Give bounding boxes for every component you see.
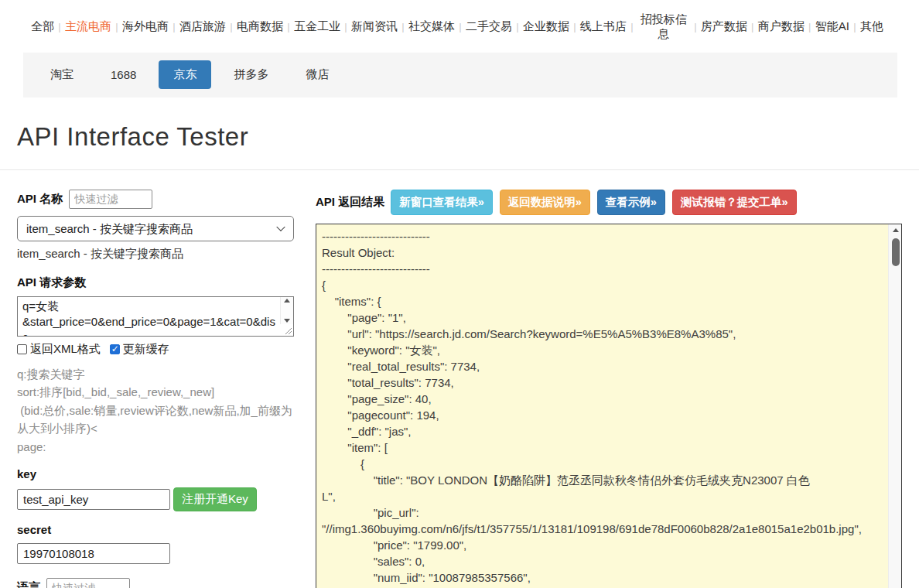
tab-jd[interactable]: 京东 [159, 60, 211, 89]
nav-item-ai[interactable]: 智能AI [815, 19, 849, 34]
nav-separator: | [751, 21, 753, 32]
nav-separator: | [853, 21, 856, 32]
api-name-filter-input[interactable] [69, 190, 152, 209]
key-label: key [17, 467, 294, 480]
platform-tabs: 淘宝 1688 京东 拼多多 微店 [23, 53, 897, 97]
page-title: API Interface Tester [17, 122, 919, 152]
nav-item-merchant-data[interactable]: 商户数据 [758, 19, 805, 34]
nav-separator: | [459, 21, 461, 32]
scroll-down-icon[interactable] [284, 319, 290, 323]
nav-separator: | [58, 21, 60, 32]
nav-item-other[interactable]: 其他 [860, 19, 883, 34]
register-key-button[interactable]: 注册开通Key [173, 487, 257, 511]
api-select[interactable]: item_search - 按关键字搜索商品 [17, 216, 294, 241]
nav-item-real-estate-data[interactable]: 房产数据 [701, 19, 747, 34]
nav-item-online-bookstore[interactable]: 线上书店 [580, 19, 627, 34]
resize-grip-icon[interactable] [283, 326, 292, 335]
nav-separator: | [516, 21, 518, 32]
nav-item-bidding-info[interactable]: 招投标信息 [637, 12, 690, 42]
api-selected-text: item_search - 按关键字搜索商品 [17, 247, 294, 262]
nav-item-enterprise-data[interactable]: 企业数据 [523, 19, 569, 34]
nav-separator: | [630, 21, 633, 32]
api-select-wrap: item_search - 按关键字搜索商品 [17, 216, 294, 241]
nav-separator: | [694, 21, 696, 32]
scrollbar-thumb[interactable] [892, 238, 900, 266]
update-cache-label: 更新缓存 [123, 342, 169, 357]
nav-separator: | [344, 21, 347, 32]
params-textarea-wrap: q=女装 &start_price=0&end_price=0&page=1&c… [17, 296, 294, 337]
update-cache-checkbox[interactable] [110, 344, 120, 354]
result-label: API 返回结果 [316, 195, 384, 210]
tab-1688[interactable]: 1688 [96, 61, 151, 88]
nav-separator: | [573, 21, 576, 32]
result-panel: API 返回结果 新窗口查看结果» 返回数据说明» 查看示例» 测试报错？提交工… [316, 190, 902, 588]
nav-item-news[interactable]: 新闻资讯 [351, 19, 398, 34]
nav-item-hotel-travel[interactable]: 酒店旅游 [179, 19, 226, 34]
nav-separator: | [173, 21, 175, 32]
data-description-button[interactable]: 返回数据说明» [500, 190, 590, 215]
nav-separator: | [401, 21, 404, 32]
nav-item-all[interactable]: 全部 [31, 19, 54, 34]
language-filter-input[interactable] [46, 578, 130, 588]
report-error-button[interactable]: 测试报错？提交工单» [672, 190, 797, 215]
result-header: API 返回结果 新窗口查看结果» 返回数据说明» 查看示例» 测试报错？提交工… [316, 190, 902, 215]
language-label: 语言 [17, 580, 40, 588]
nav-item-social-media[interactable]: 社交媒体 [408, 19, 455, 34]
params-label: API 请求参数 [17, 275, 294, 290]
result-json-content: ---------------------------- Result Obje… [316, 224, 888, 588]
xml-format-label: 返回XML格式 [30, 342, 101, 357]
secret-input[interactable] [17, 543, 170, 564]
tab-weidian[interactable]: 微店 [291, 60, 343, 89]
secret-label: secret [17, 523, 294, 536]
nav-item-ecommerce-data[interactable]: 电商数据 [237, 19, 283, 34]
tab-pinduoduo[interactable]: 拼多多 [219, 60, 283, 89]
xml-format-checkbox[interactable] [17, 344, 27, 354]
params-textarea[interactable]: q=女装 &start_price=0&end_price=0&page=1&c… [17, 296, 294, 337]
nav-separator: | [230, 21, 232, 32]
nav-item-overseas-ecommerce[interactable]: 海外电商 [122, 19, 169, 34]
main-content: API 名称 item_search - 按关键字搜索商品 item_searc… [0, 170, 919, 588]
nav-item-mainstream-ecommerce[interactable]: 主流电商 [65, 19, 111, 34]
textarea-scrollbar[interactable] [280, 297, 293, 324]
options-row: 返回XML格式 更新缓存 [17, 342, 294, 357]
nav-item-secondhand[interactable]: 二手交易 [466, 19, 512, 34]
open-in-new-window-button[interactable]: 新窗口查看结果» [391, 190, 493, 215]
scroll-up-icon[interactable] [889, 224, 902, 237]
result-box: ---------------------------- Result Obje… [316, 224, 902, 588]
result-scrollbar[interactable] [888, 224, 901, 588]
category-nav: 全部| 主流电商| 海外电商| 酒店旅游| 电商数据| 五金工业| 新闻资讯| … [0, 0, 919, 46]
nav-item-hardware-industry[interactable]: 五金工业 [294, 19, 340, 34]
api-name-label: API 名称 [17, 192, 63, 207]
view-example-button[interactable]: 查看示例» [597, 190, 665, 215]
params-help-text: q:搜索关键字 sort:排序[bid,_bid,_sale,_review,_… [17, 365, 292, 456]
request-panel: API 名称 item_search - 按关键字搜索商品 item_searc… [17, 190, 294, 588]
nav-separator: | [808, 21, 811, 32]
nav-separator: | [115, 21, 118, 32]
tab-taobao[interactable]: 淘宝 [36, 60, 88, 89]
nav-separator: | [287, 21, 289, 32]
scroll-up-icon[interactable] [284, 299, 290, 303]
key-input[interactable] [17, 489, 170, 510]
